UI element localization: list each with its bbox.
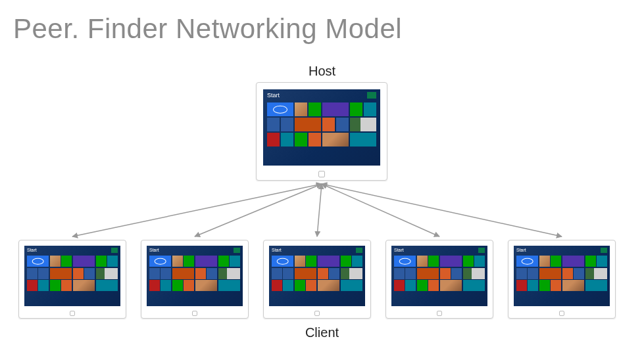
tile [272, 280, 282, 291]
user-badge [478, 248, 485, 253]
tile [61, 280, 72, 291]
tile [295, 118, 321, 131]
host-tablet: Start [256, 82, 387, 181]
client-label: Client [0, 325, 644, 340]
tile [267, 102, 293, 116]
tile [172, 268, 194, 279]
tile [195, 256, 217, 267]
client-tablet-1: Start [18, 240, 126, 319]
tile [96, 280, 118, 291]
tile [73, 268, 84, 279]
svg-line-1 [195, 184, 322, 237]
tile [574, 268, 584, 279]
tile [295, 133, 307, 147]
tile [585, 256, 596, 267]
tile [50, 256, 61, 267]
slide: Peer. Finder Networking Model Host Clien… [0, 0, 644, 362]
tile [207, 268, 217, 279]
tile [528, 268, 538, 279]
tile [394, 268, 405, 279]
tile [218, 268, 240, 279]
tile [597, 256, 607, 267]
tile [195, 268, 206, 279]
tile [107, 256, 118, 267]
client-tiles [516, 256, 607, 304]
start-label: Start [516, 248, 526, 252]
tile [195, 280, 217, 291]
client-tiles [272, 256, 362, 304]
tile [336, 118, 349, 131]
tile [516, 256, 538, 267]
tile [528, 280, 538, 291]
tile [38, 280, 49, 291]
tile [218, 280, 240, 291]
tile [539, 280, 550, 291]
client-tiles [394, 256, 485, 304]
tile [309, 133, 321, 147]
tile [172, 256, 183, 267]
tile [172, 280, 183, 291]
tile [341, 280, 362, 291]
user-badge [367, 92, 376, 99]
tile [309, 102, 321, 116]
tile [73, 280, 95, 291]
tile [318, 256, 339, 267]
tile [539, 256, 550, 267]
tile [516, 268, 527, 279]
client-tablet-4: Start [385, 240, 493, 319]
tile [405, 268, 416, 279]
tile [451, 268, 462, 279]
tile [27, 280, 37, 291]
home-button-icon [70, 311, 75, 316]
user-badge [601, 248, 607, 253]
tile [283, 268, 293, 279]
host-tiles [267, 102, 376, 162]
tile [295, 268, 316, 279]
tile [306, 256, 316, 267]
tile [318, 268, 328, 279]
tile [350, 118, 376, 131]
start-label: Start [272, 248, 282, 252]
tile [184, 280, 194, 291]
tile [50, 280, 61, 291]
tile [272, 268, 282, 279]
client-screen: Start [514, 246, 610, 306]
client-screen: Start [24, 246, 120, 306]
tile [394, 280, 405, 291]
tile [218, 256, 229, 267]
user-badge [356, 248, 362, 253]
tile [562, 256, 584, 267]
start-label: Start [27, 248, 37, 252]
svg-line-2 [317, 184, 322, 237]
tile [417, 256, 428, 267]
tile [539, 268, 561, 279]
tile [551, 256, 561, 267]
tile [440, 268, 451, 279]
tile [27, 268, 37, 279]
tile [281, 118, 293, 131]
tile [96, 256, 107, 267]
tile [61, 256, 72, 267]
client-screen: Start [391, 246, 487, 306]
tile [295, 256, 305, 267]
tile [318, 280, 339, 291]
tile [394, 256, 416, 267]
home-button-icon [437, 311, 442, 316]
client-tablet-3: Start [263, 240, 371, 319]
tile [516, 280, 527, 291]
tile [585, 280, 607, 291]
client-tablet-5: Start [508, 240, 616, 319]
tile [322, 133, 349, 147]
tile [295, 280, 305, 291]
tile [329, 268, 339, 279]
tile [96, 268, 118, 279]
tile [184, 256, 194, 267]
tile [551, 280, 561, 291]
tile [440, 280, 462, 291]
tile [281, 133, 293, 147]
tile [50, 268, 72, 279]
svg-line-3 [322, 184, 439, 237]
tile [341, 268, 362, 279]
tile [350, 133, 376, 147]
tile [27, 256, 49, 267]
